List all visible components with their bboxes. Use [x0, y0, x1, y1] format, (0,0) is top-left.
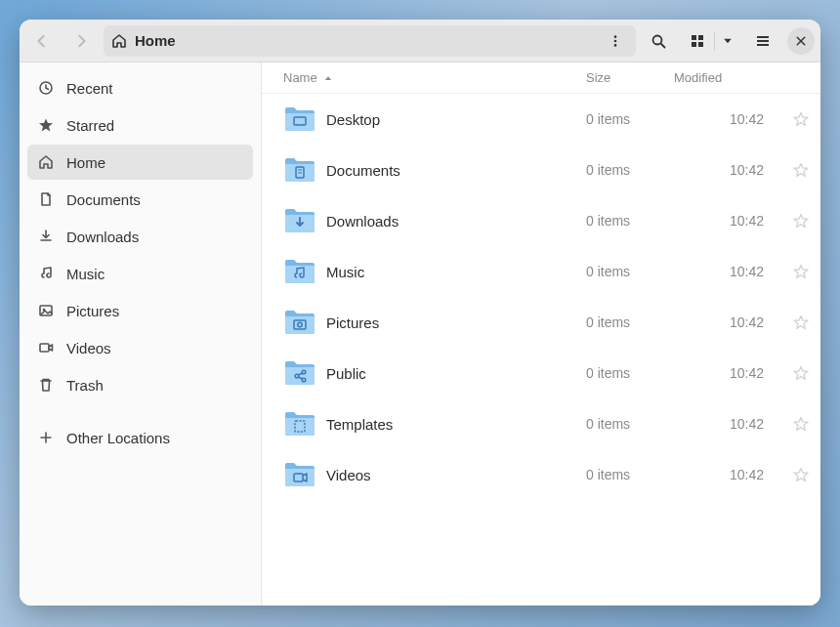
sidebar-item-recent[interactable]: Recent [27, 70, 253, 105]
path-bar[interactable]: Home [104, 25, 636, 57]
folder-share-icon [283, 358, 316, 388]
sidebar-item-label: Videos [66, 340, 111, 356]
column-modified-label: Modified [674, 70, 722, 85]
sidebar-item-label: Home [66, 154, 105, 171]
star-toggle[interactable] [781, 314, 820, 330]
file-rows: Desktop0 items10:42Documents0 items10:42… [262, 94, 820, 606]
home-icon [111, 33, 127, 49]
file-size: 0 items [586, 111, 674, 127]
folder-doc-icon [283, 155, 316, 185]
file-row[interactable]: Documents0 items10:42 [262, 145, 820, 195]
svg-rect-6 [698, 35, 703, 40]
folder-download-icon [283, 206, 316, 235]
svg-point-2 [614, 44, 617, 47]
column-size-label: Size [586, 70, 610, 85]
sidebar-item-downloads[interactable]: Downloads [27, 219, 253, 254]
kebab-icon [609, 34, 622, 48]
star-outline-icon [793, 213, 809, 229]
column-header-size[interactable]: Size [586, 70, 674, 85]
path-menu-button[interactable] [603, 28, 628, 54]
grid-icon [690, 33, 705, 49]
file-name: Documents [326, 162, 586, 179]
sidebar-item-label: Music [66, 266, 105, 282]
column-headers: Name Size Modified [262, 63, 820, 94]
file-size: 0 items [586, 162, 674, 178]
file-modified: 10:42 [674, 365, 781, 381]
trash-icon [37, 376, 55, 394]
star-outline-icon [793, 416, 809, 432]
close-button[interactable] [787, 27, 815, 55]
svg-rect-7 [692, 42, 696, 47]
sidebar-item-other-locations[interactable]: Other Locations [27, 420, 253, 455]
star-toggle[interactable] [781, 264, 820, 279]
file-row[interactable]: Music0 items10:42 [262, 246, 820, 297]
svg-line-4 [661, 44, 665, 48]
sidebar-item-label: Documents [66, 191, 141, 208]
sidebar-item-label: Downloads [66, 229, 139, 245]
column-name-label: Name [283, 70, 317, 85]
star-outline-icon [793, 467, 809, 482]
svg-point-20 [302, 123, 303, 124]
picture-icon [37, 302, 55, 319]
column-header-name[interactable]: Name [283, 70, 586, 85]
sidebar-item-documents[interactable]: Documents [27, 182, 253, 217]
file-size: 0 items [586, 467, 674, 482]
star-toggle[interactable] [781, 162, 820, 178]
svg-rect-8 [698, 42, 703, 47]
file-modified: 10:42 [674, 162, 781, 178]
star-toggle[interactable] [781, 416, 820, 432]
file-row[interactable]: Public0 items10:42 [262, 348, 820, 398]
file-modified: 10:42 [674, 314, 781, 330]
file-modified: 10:42 [674, 213, 781, 229]
sidebar-item-videos[interactable]: Videos [27, 330, 253, 365]
folder-video-icon [283, 460, 316, 489]
file-name: Templates [326, 416, 586, 433]
file-modified: 10:42 [674, 264, 781, 279]
sidebar-item-music[interactable]: Music [27, 256, 253, 291]
search-button[interactable] [642, 25, 675, 57]
file-name: Downloads [326, 213, 586, 230]
star-outline-icon [793, 365, 809, 381]
file-size: 0 items [586, 264, 674, 279]
file-row[interactable]: Templates0 items10:42 [262, 398, 820, 449]
close-icon [795, 35, 807, 47]
forward-button[interactable] [64, 25, 98, 57]
svg-point-3 [653, 35, 662, 44]
file-row[interactable]: Desktop0 items10:42 [262, 94, 820, 145]
sidebar-item-trash[interactable]: Trash [27, 367, 253, 402]
svg-point-0 [614, 35, 617, 38]
file-size: 0 items [586, 416, 674, 432]
svg-rect-17 [40, 344, 49, 352]
view-options-button[interactable] [715, 25, 740, 57]
back-button[interactable] [25, 25, 59, 57]
file-modified: 10:42 [674, 467, 781, 482]
file-row[interactable]: Videos0 items10:42 [262, 449, 820, 500]
star-toggle[interactable] [781, 467, 820, 482]
file-name: Pictures [326, 314, 586, 331]
sidebar-item-starred[interactable]: Starred [27, 107, 253, 143]
star-fill-icon [37, 116, 55, 134]
sidebar-item-label: Other Locations [66, 430, 170, 446]
window-body: RecentStarredHomeDocumentsDownloadsMusic… [20, 63, 820, 606]
file-row[interactable]: Downloads0 items10:42 [262, 195, 820, 246]
file-modified: 10:42 [674, 111, 781, 127]
download-icon [37, 228, 55, 245]
sidebar-item-label: Recent [66, 80, 113, 97]
grid-view-button[interactable] [681, 25, 714, 57]
sidebar-item-label: Trash [66, 377, 104, 394]
svg-point-1 [614, 39, 617, 42]
star-toggle[interactable] [781, 213, 820, 229]
star-toggle[interactable] [781, 111, 820, 127]
star-outline-icon [793, 314, 809, 330]
star-outline-icon [793, 264, 809, 279]
hamburger-menu-button[interactable] [746, 25, 779, 57]
column-header-modified[interactable]: Modified [674, 70, 781, 85]
sidebar-item-home[interactable]: Home [27, 145, 253, 180]
file-size: 0 items [586, 314, 674, 330]
chevron-right-icon [74, 34, 88, 48]
file-row[interactable]: Pictures0 items10:42 [262, 297, 820, 348]
star-toggle[interactable] [781, 365, 820, 381]
caret-down-icon [722, 35, 734, 47]
sidebar-item-pictures[interactable]: Pictures [27, 293, 253, 328]
clock-icon [37, 79, 55, 97]
